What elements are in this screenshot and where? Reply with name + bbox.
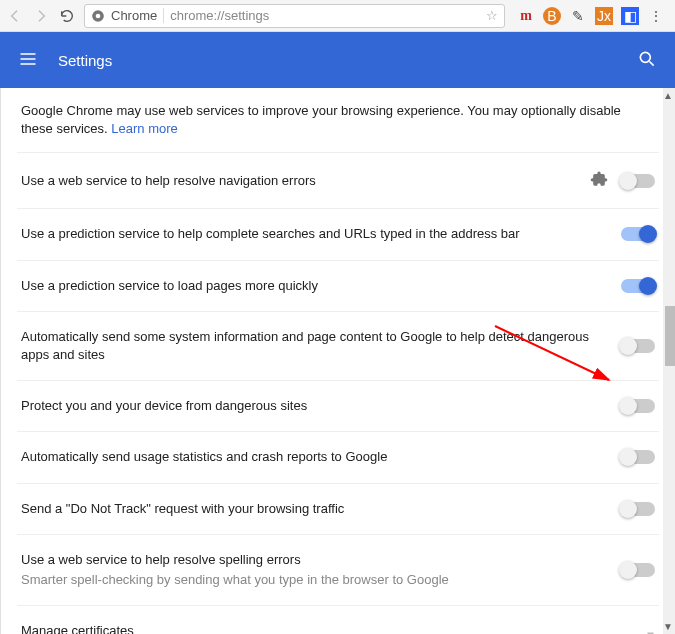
- setting-label: Protect you and your device from dangero…: [21, 397, 609, 415]
- menu-icon[interactable]: [18, 49, 38, 72]
- setting-sublabel: Smarter spell-checking by sending what y…: [21, 571, 609, 589]
- setting-label: Use a prediction service to load pages m…: [21, 277, 609, 295]
- forward-button[interactable]: [32, 7, 50, 25]
- toggle-prediction-search[interactable]: [621, 227, 655, 241]
- toggle-spelling[interactable]: [621, 563, 655, 577]
- scrollbar-thumb[interactable]: [665, 306, 675, 366]
- setting-label: Use a prediction service to help complet…: [21, 225, 609, 243]
- extension-swoosh-icon[interactable]: ✎: [569, 7, 587, 25]
- page-title: Settings: [58, 52, 617, 69]
- setting-row-prediction-pages: Use a prediction service to load pages m…: [17, 260, 659, 311]
- setting-label: Use a web service to help resolve naviga…: [21, 172, 577, 190]
- setting-label-text: Use a web service to help resolve spelli…: [21, 551, 609, 569]
- toggle-safe-browsing[interactable]: [621, 399, 655, 413]
- search-icon[interactable]: [637, 49, 657, 72]
- setting-label: Automatically send some system informati…: [21, 328, 609, 364]
- intro-text: Google Chrome may use web services to im…: [17, 88, 659, 152]
- chrome-menu-icon[interactable]: ⋮: [647, 7, 665, 25]
- settings-header: Settings: [0, 32, 675, 88]
- browser-chrome-bar: Chrome chrome://settings ☆ m B ✎ Jx ◧ ⋮: [0, 0, 675, 32]
- setting-row-prediction-search: Use a prediction service to help complet…: [17, 208, 659, 259]
- settings-content: Google Chrome may use web services to im…: [1, 88, 675, 634]
- scroll-down-icon[interactable]: ▼: [663, 621, 673, 632]
- toggle-do-not-track[interactable]: [621, 502, 655, 516]
- address-bar[interactable]: Chrome chrome://settings ☆: [84, 4, 505, 28]
- setting-label: Send a "Do Not Track" request with your …: [21, 500, 609, 518]
- reload-button[interactable]: [58, 7, 76, 25]
- svg-point-1: [96, 13, 101, 18]
- setting-row-nav-errors: Use a web service to help resolve naviga…: [17, 152, 659, 208]
- extension-m-icon[interactable]: m: [517, 7, 535, 25]
- setting-row-safe-browsing: Protect you and your device from dangero…: [17, 380, 659, 431]
- toggle-prediction-pages[interactable]: [621, 279, 655, 293]
- omnibox-app-label: Chrome: [111, 8, 164, 23]
- extension-puzzle-icon: [589, 169, 609, 192]
- extension-jx-icon[interactable]: Jx: [595, 7, 613, 25]
- scroll-up-icon[interactable]: ▲: [663, 90, 673, 101]
- setting-row-spelling: Use a web service to help resolve spelli…: [17, 534, 659, 605]
- toggle-usage-stats[interactable]: [621, 450, 655, 464]
- setting-row-do-not-track: Send a "Do Not Track" request with your …: [17, 483, 659, 534]
- back-button[interactable]: [6, 7, 24, 25]
- setting-label: Automatically send usage statistics and …: [21, 448, 609, 466]
- setting-row-send-system-info: Automatically send some system informati…: [17, 311, 659, 380]
- omnibox-url: chrome://settings: [170, 8, 480, 23]
- bookmark-star-icon[interactable]: ☆: [486, 8, 498, 23]
- extension-b-icon[interactable]: B: [543, 7, 561, 25]
- toggle-send-system-info[interactable]: [621, 339, 655, 353]
- extension-icons: m B ✎ Jx ◧ ⋮: [513, 7, 669, 25]
- certs-label: Manage certificates: [21, 622, 625, 634]
- learn-more-link[interactable]: Learn more: [111, 121, 177, 136]
- extension-bookmark-icon[interactable]: ◧: [621, 7, 639, 25]
- setting-row-usage-stats: Automatically send usage statistics and …: [17, 431, 659, 482]
- setting-label: Manage certificates Manage HTTPS/SSL cer…: [21, 622, 625, 634]
- setting-label: Use a web service to help resolve spelli…: [21, 551, 609, 589]
- svg-point-2: [640, 52, 650, 62]
- toggle-nav-errors[interactable]: [621, 174, 655, 188]
- chrome-icon: [91, 9, 105, 23]
- setting-row-certificates[interactable]: Manage certificates Manage HTTPS/SSL cer…: [17, 605, 659, 634]
